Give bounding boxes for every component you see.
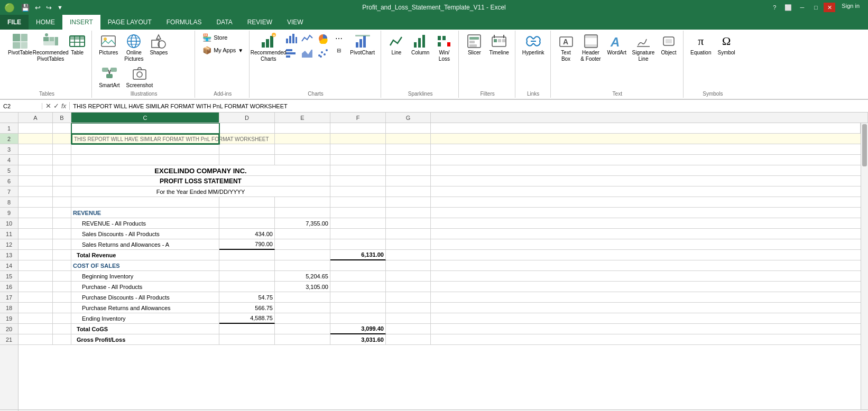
cell-f2[interactable]	[330, 134, 386, 144]
line-chart-button[interactable]	[300, 32, 315, 45]
tab-file[interactable]: FILE	[0, 15, 29, 30]
cell-d13[interactable]	[219, 250, 275, 260]
cell-a15[interactable]	[19, 271, 53, 282]
row-num-18[interactable]: 18	[0, 303, 18, 313]
cell-c20[interactable]: Total CoGS	[71, 324, 219, 334]
tab-page-layout[interactable]: PAGE LAYOUT	[100, 15, 159, 30]
cell-d19[interactable]: 4,588.75	[219, 313, 275, 324]
cell-c14[interactable]: COST OF SALES	[71, 260, 219, 271]
cell-f20[interactable]: 3,099.40	[330, 324, 386, 334]
cell-e20[interactable]	[275, 324, 330, 334]
cell-b7[interactable]	[53, 186, 71, 197]
cell-b18[interactable]	[53, 303, 71, 313]
row-num-1[interactable]: 1	[0, 123, 18, 134]
tab-insert[interactable]: INSERT	[62, 15, 100, 30]
cell-c6[interactable]: PROFIT LOSS STATEMENT	[71, 176, 330, 186]
col-header-b[interactable]: B	[53, 113, 71, 123]
pivot-chart-button[interactable]: PivotChart	[347, 32, 377, 57]
cell-c19[interactable]: Ending Inventory	[71, 313, 219, 324]
cell-c4[interactable]	[71, 155, 219, 165]
cell-g16[interactable]	[386, 282, 431, 292]
cell-g10[interactable]	[386, 218, 431, 229]
cell-g19[interactable]	[386, 313, 431, 324]
restore-icon[interactable]: ⬜	[782, 3, 794, 12]
cell-c1[interactable]	[71, 123, 219, 134]
cell-e9[interactable]	[275, 208, 330, 218]
row-num-11[interactable]: 11	[0, 229, 18, 239]
cell-f21[interactable]: 3,031.60	[330, 334, 386, 345]
scrollbar-thumb-vertical[interactable]	[862, 124, 867, 166]
cell-f3[interactable]	[330, 144, 386, 155]
cell-f12[interactable]	[330, 239, 386, 250]
cell-f11[interactable]	[330, 229, 386, 239]
redo-icon[interactable]: ↪	[44, 3, 54, 13]
cell-d16[interactable]	[219, 282, 275, 292]
cell-a11[interactable]	[19, 229, 53, 239]
cell-a6[interactable]	[19, 176, 53, 186]
customize-icon[interactable]: ▼	[55, 3, 65, 12]
cell-f9[interactable]	[330, 208, 386, 218]
cell-b1[interactable]	[53, 123, 71, 134]
row-num-9[interactable]: 9	[0, 208, 18, 218]
row-num-14[interactable]: 14	[0, 260, 18, 271]
minimize-icon[interactable]: ─	[796, 3, 808, 12]
cell-b15[interactable]	[53, 271, 71, 282]
cell-b21[interactable]	[53, 334, 71, 345]
cell-b2[interactable]	[53, 134, 71, 144]
cell-c11[interactable]: Sales Discounts - All Products	[71, 229, 219, 239]
cell-e17[interactable]	[275, 292, 330, 303]
line-sparkline-button[interactable]: Line	[385, 32, 408, 57]
cell-d10[interactable]	[219, 218, 275, 229]
cell-g1[interactable]	[386, 123, 431, 134]
cell-f10[interactable]	[330, 218, 386, 229]
row-num-8[interactable]: 8	[0, 197, 18, 208]
cell-c18[interactable]: Purchase Returns and Allowances	[71, 303, 219, 313]
cell-b16[interactable]	[53, 282, 71, 292]
equation-button[interactable]: π Equation	[688, 32, 714, 57]
recommended-pivottables-button[interactable]: RecommendedPivotTables	[36, 32, 65, 63]
cell-c9[interactable]: REVENUE	[71, 208, 219, 218]
col-header-d[interactable]: D	[219, 113, 275, 123]
col-header-c[interactable]: C	[71, 113, 219, 123]
row-num-19[interactable]: 19	[0, 313, 18, 324]
cell-f15[interactable]	[330, 271, 386, 282]
row-num-4[interactable]: 4	[0, 155, 18, 165]
cell-f6[interactable]	[330, 176, 386, 186]
cell-a16[interactable]	[19, 282, 53, 292]
cell-g7[interactable]	[386, 186, 431, 197]
cell-d1[interactable]	[219, 123, 275, 134]
cell-g3[interactable]	[386, 144, 431, 155]
charts-more-button[interactable]: ⋯	[331, 32, 346, 45]
store-button[interactable]: 🏪 Store	[199, 32, 230, 43]
cell-a18[interactable]	[19, 303, 53, 313]
slicer-button[interactable]: Slicer	[463, 32, 485, 57]
tab-home[interactable]: HOME	[29, 15, 62, 30]
cell-e15[interactable]: 5,204.65	[275, 271, 330, 282]
cell-c21[interactable]: Gross Profit/Loss	[71, 334, 219, 345]
cell-g21[interactable]	[386, 334, 431, 345]
col-header-f[interactable]: F	[330, 113, 386, 123]
symbol-button[interactable]: Ω Symbol	[715, 32, 737, 57]
area-chart-button[interactable]	[300, 46, 315, 60]
timeline-button[interactable]: Timeline	[486, 32, 511, 57]
column-sparkline-button[interactable]: Column	[409, 32, 432, 57]
cell-d3[interactable]	[219, 144, 275, 155]
cell-g8[interactable]	[386, 197, 431, 208]
cell-c8[interactable]	[71, 197, 219, 208]
row-num-20[interactable]: 20	[0, 324, 18, 334]
maximize-icon[interactable]: □	[810, 3, 821, 12]
header-footer-button[interactable]: Header& Footer	[578, 32, 604, 63]
pivot-table-button[interactable]: PivotTable	[5, 32, 35, 57]
row-num-10[interactable]: 10	[0, 218, 18, 229]
row-num-13[interactable]: 13	[0, 250, 18, 260]
cell-g6[interactable]	[386, 176, 431, 186]
cell-a12[interactable]	[19, 239, 53, 250]
cell-b13[interactable]	[53, 250, 71, 260]
shapes-button[interactable]: Shapes	[147, 32, 170, 57]
recommended-charts-button[interactable]: ★ RecommendedCharts	[254, 32, 283, 63]
pie-chart-button[interactable]	[316, 32, 330, 45]
row-num-16[interactable]: 16	[0, 282, 18, 292]
save-icon[interactable]: 💾	[19, 3, 32, 13]
cell-a3[interactable]	[19, 144, 53, 155]
tab-review[interactable]: REVIEW	[240, 15, 280, 30]
